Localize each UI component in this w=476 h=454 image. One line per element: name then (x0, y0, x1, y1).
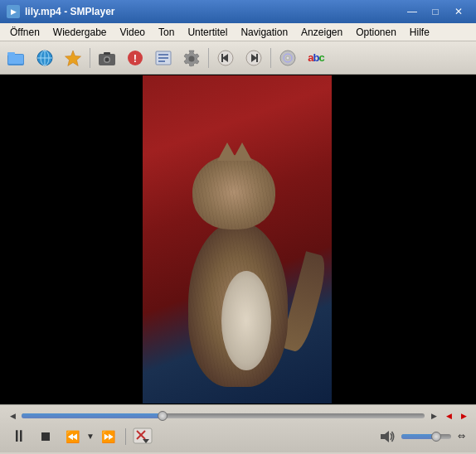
progress-fill (22, 413, 163, 418)
video-content (143, 75, 333, 403)
menu-hilfe[interactable]: Hilfe (403, 25, 436, 40)
window-title: lily.mp4 - SMPlayer (25, 6, 401, 17)
maximize-button[interactable]: □ (425, 3, 446, 20)
screenshot-button[interactable] (94, 45, 120, 71)
progress-handle[interactable] (158, 411, 168, 421)
menu-ton[interactable]: Ton (152, 25, 181, 40)
svg-rect-24 (256, 54, 258, 62)
info-button[interactable]: ! (122, 45, 148, 71)
stop-eject-button[interactable] (130, 425, 155, 448)
next-track-button[interactable] (240, 45, 267, 71)
cat-head (192, 155, 275, 229)
svg-marker-7 (66, 51, 81, 66)
controls-bar: ◀ ▶ ◀ ▶ ⏸ ⏹ ⏪ ▼ ⏩ (0, 404, 476, 452)
menu-anzeigen[interactable]: Anzeigen (294, 25, 349, 40)
svg-point-10 (105, 57, 109, 61)
menu-oeffnen[interactable]: Öffnen (3, 25, 46, 40)
skip-forward-small-button[interactable]: ▶ (428, 410, 440, 422)
volume-section: ⇔ (375, 425, 469, 448)
menu-wiedergabe[interactable]: Wiedergabe (46, 25, 114, 40)
menu-untertitel[interactable]: Untertitel (181, 25, 234, 40)
volume-handle[interactable] (431, 432, 441, 442)
skip-back-button-2[interactable]: ◀ (443, 410, 454, 422)
svg-rect-2 (8, 55, 23, 64)
svg-point-18 (189, 56, 195, 61)
progress-track[interactable] (22, 413, 425, 418)
open-folder-button[interactable] (3, 45, 30, 71)
menu-optionen[interactable]: Optionen (349, 25, 403, 40)
settings-button[interactable] (178, 45, 205, 71)
toolbar-separator-3 (270, 48, 271, 68)
favorites-button[interactable] (60, 45, 86, 71)
cat-fur-head (192, 155, 275, 229)
toolbar-separator-1 (90, 48, 90, 68)
svg-marker-32 (381, 431, 389, 442)
skip-back-small-button[interactable]: ◀ (7, 410, 18, 422)
toolbar: ! (0, 41, 476, 75)
volume-button[interactable] (375, 425, 400, 448)
window-controls: — □ ✕ (401, 3, 469, 20)
dvd-button[interactable] (274, 45, 301, 71)
black-panel-right (332, 75, 476, 404)
abc-text: abc (308, 51, 323, 64)
menu-bar: Öffnen Wiedergabe Video Ton Untertitel N… (0, 23, 476, 41)
svg-text:!: ! (134, 52, 137, 65)
cat-body (172, 155, 304, 387)
video-frame (143, 75, 333, 403)
progress-row: ◀ ▶ ◀ ▶ (7, 410, 469, 422)
speed-dropdown[interactable]: ▼ (86, 432, 95, 441)
forward-button[interactable]: ⏩ (96, 425, 121, 448)
app-icon: ▶ (7, 5, 20, 18)
black-panel-left (0, 75, 141, 404)
svg-rect-11 (104, 52, 110, 55)
svg-point-27 (286, 56, 289, 60)
expand-button[interactable]: ⇔ (453, 425, 469, 448)
playback-row: ⏸ ⏹ ⏪ ▼ ⏩ (7, 425, 469, 448)
playlist-button[interactable] (150, 45, 177, 71)
prev-track-button[interactable] (212, 45, 239, 71)
subtitles-button[interactable]: abc (303, 45, 329, 71)
menu-video[interactable]: Video (114, 25, 152, 40)
cat-ear-right (232, 142, 252, 161)
close-button[interactable]: ✕ (448, 3, 469, 20)
cat-chest (221, 271, 271, 370)
video-area[interactable] (0, 75, 476, 404)
cat-tail (280, 251, 330, 354)
open-url-button[interactable] (32, 45, 58, 71)
minimize-button[interactable]: — (401, 3, 423, 20)
toolbar-separator-2 (208, 48, 209, 68)
skip-forward-button-2[interactable]: ▶ (458, 410, 469, 422)
volume-track[interactable] (401, 434, 451, 439)
cat-torso (188, 221, 288, 387)
control-separator (125, 428, 126, 445)
menu-navigation[interactable]: Navigation (234, 25, 294, 40)
pause-button[interactable]: ⏸ (7, 425, 32, 448)
stop-button[interactable]: ⏹ (33, 425, 58, 448)
svg-rect-21 (221, 54, 223, 62)
title-bar: ▶ lily.mp4 - SMPlayer — □ ✕ (0, 0, 476, 23)
rewind-button[interactable]: ⏪ (60, 425, 85, 448)
